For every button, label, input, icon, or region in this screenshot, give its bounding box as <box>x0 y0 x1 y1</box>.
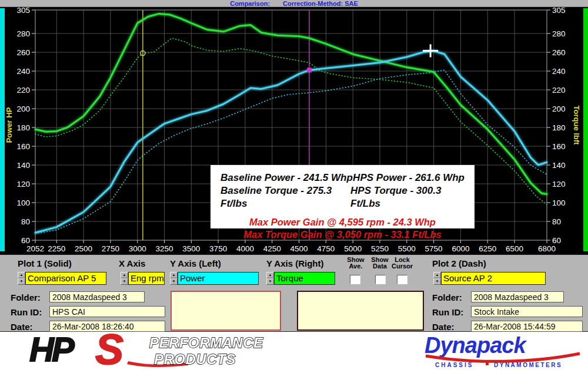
plot1-spinner[interactable]: ▲ ▼ <box>18 272 25 285</box>
y-left-label: Y Axis (Left) <box>170 258 221 268</box>
y-left-tick-label: 120 <box>16 180 30 189</box>
cursor-marker-square[interactable] <box>307 68 312 72</box>
plot1-label: Plot 1 (Solid) <box>18 258 72 268</box>
y-right-tick-label: 140 <box>552 161 566 170</box>
x-tick-label: 4000 <box>236 244 254 253</box>
y-right-tick-label: 260 <box>552 48 566 57</box>
max-torque-gain: Max Torque Gain @ 3,050 rpm - 33.1 Ft/Lb… <box>211 228 475 241</box>
x-tick-label: 4250 <box>263 244 281 253</box>
x-axis-value[interactable]: Eng rpm <box>128 272 165 285</box>
runid-field-right[interactable]: Stock Intake <box>471 306 583 317</box>
y-left-tick-label: 80 <box>21 217 30 226</box>
y-right-combo[interactable]: ▲ ▼ Torque <box>266 272 335 285</box>
y-right-tick-label: 240 <box>552 67 566 76</box>
x-tick-label: 2500 <box>75 244 92 253</box>
plot1-value[interactable]: Comparison AP 5 <box>25 272 106 285</box>
x-tick-label: 6500 <box>506 244 523 253</box>
spin-down-icon[interactable]: ▼ <box>266 278 274 285</box>
y-right-tick-label: 180 <box>552 123 566 132</box>
x-tick-label: 3500 <box>182 244 200 253</box>
dynapack-dynamometers: DYNAMOMETERS <box>494 362 562 368</box>
spin-up-icon[interactable]: ▲ <box>170 272 178 278</box>
y-left-combo[interactable]: ▲ ▼ Power <box>170 272 259 285</box>
plot2-spinner[interactable]: ▲ ▼ <box>433 272 441 285</box>
spin-up-icon[interactable]: ▲ <box>433 272 441 278</box>
x-tick-label: 2250 <box>48 244 65 253</box>
folder-field-right[interactable]: 2008 Mazdaspeed 3 <box>471 291 564 302</box>
spin-down-icon[interactable]: ▼ <box>18 278 25 285</box>
folder-label-left: Folder: <box>11 292 41 302</box>
runid-field-left[interactable]: HPS CAI <box>49 306 165 317</box>
plot1-combo[interactable]: ▲ ▼ Comparison AP 5 <box>18 272 106 285</box>
date-label-left: Date: <box>11 322 33 332</box>
dynapack-red-square-icon <box>486 362 489 365</box>
plot2-value[interactable]: Source AP 2 <box>441 272 546 285</box>
hps-performance-text: PERFORMANCE <box>149 335 263 351</box>
show-ave-label: ShowAve. <box>346 257 366 270</box>
spin-down-icon[interactable]: ▼ <box>121 278 128 285</box>
x-tick-label: 3000 <box>129 244 146 253</box>
comment-box-right[interactable] <box>297 291 424 331</box>
spin-up-icon[interactable]: ▲ <box>121 272 128 278</box>
date-label-right: Date: <box>432 322 455 332</box>
y-left-tick-label: 180 <box>16 123 30 132</box>
lock-cursor-checkbox[interactable] <box>397 275 407 284</box>
y-right-tick-label: 60 <box>552 236 561 245</box>
x-axis-spinner[interactable]: ▲ ▼ <box>121 272 128 285</box>
y-left-tick-label: 160 <box>16 142 30 151</box>
hps-logo: HP S PERFORMANCE PRODUCTS <box>13 333 283 369</box>
x-tick-label: 3750 <box>209 244 227 253</box>
runid-label-right: Run ID: <box>432 307 463 317</box>
y-left-tick-label: 140 <box>16 161 30 170</box>
spin-up-icon[interactable]: ▲ <box>18 272 25 278</box>
hps-power-value: HPS Power - 261.6 Whp <box>353 171 465 184</box>
dynapack-logo: Dynapack CHASSIS DYNAMOMETERS <box>422 335 588 370</box>
show-data-checkbox[interactable] <box>375 275 386 284</box>
y-left-value[interactable]: Power <box>178 272 259 285</box>
x-tick-label: 5750 <box>425 244 443 253</box>
y-right-tick-label: 200 <box>552 105 566 113</box>
y-right-value[interactable]: Torque <box>274 272 335 285</box>
folder-field-left[interactable]: 2008 Mazdaspeed 3 <box>49 291 145 302</box>
y-left-tick-label: 240 <box>16 67 30 76</box>
show-ave-checkbox[interactable] <box>350 275 360 284</box>
control-panel: Plot 1 (Solid) X Axis Y Axis (Left) Y Ax… <box>0 254 588 332</box>
spin-up-icon[interactable]: ▲ <box>266 272 274 278</box>
y-left-tick-label: 100 <box>16 199 30 207</box>
x-axis-label: X Axis <box>119 258 145 268</box>
logo-strip: HP S PERFORMANCE PRODUCTS Dynapack CHASS… <box>0 332 588 370</box>
x-axis-combo[interactable]: ▲ ▼ Eng rpm <box>121 272 165 285</box>
y-right-label: Y Axis (Right) <box>266 258 324 268</box>
chart-area: 2052225025002750300032503500375040004250… <box>0 7 588 254</box>
y-left-axis-title: Power HP <box>5 107 14 143</box>
date-field-left[interactable]: 26-Mar-2008 18:26:40 <box>49 321 165 332</box>
dynapack-chassis: CHASSIS <box>435 362 473 368</box>
hps-logo-hp: HP <box>29 333 75 368</box>
y-right-tick-label: 80 <box>552 217 561 226</box>
y-left-tick-label: 305 <box>16 7 30 15</box>
comment-box-left[interactable] <box>171 291 281 331</box>
header-comparison-label: Comparison: <box>230 0 270 7</box>
y-right-tick-label: 280 <box>552 29 566 38</box>
plot2-label: Plot 2 (Dash) <box>432 258 486 268</box>
x-tick-label: 5250 <box>371 244 389 253</box>
y-left-tick-label: 200 <box>16 105 30 113</box>
plot2-combo[interactable]: ▲ ▼ Source AP 2 <box>433 272 546 285</box>
hps-products-text: PRODUCTS <box>154 351 236 367</box>
y-right-tick-label: 120 <box>552 180 566 189</box>
date-field-right[interactable]: 26-Mar-2008 15:44:59 <box>471 321 583 332</box>
spin-down-icon[interactable]: ▼ <box>433 278 441 285</box>
header-bar: Comparison: Correction-Method: SAE <box>0 0 588 7</box>
show-data-label: ShowData <box>370 257 390 270</box>
y-right-tick-label: 160 <box>552 142 566 151</box>
x-tick-label: 5500 <box>398 244 416 253</box>
lock-cursor-label: LockCursor <box>390 257 414 270</box>
dyno-app-window: { "header": { "left": "Comparison:", "ri… <box>0 0 588 370</box>
spin-down-icon[interactable]: ▼ <box>170 278 178 285</box>
y-right-spinner[interactable]: ▲ ▼ <box>266 272 274 285</box>
x-tick-label: 2052 <box>26 244 44 253</box>
x-tick-label: 6800 <box>538 244 556 253</box>
y-left-spinner[interactable]: ▲ ▼ <box>170 272 178 285</box>
results-annotation: Baseline Power - 241.5 Whp HPS Power - 2… <box>211 165 475 228</box>
max-power-gain: Max Power Gain @ 4,595 rpm - 24.3 Whp <box>211 216 475 228</box>
